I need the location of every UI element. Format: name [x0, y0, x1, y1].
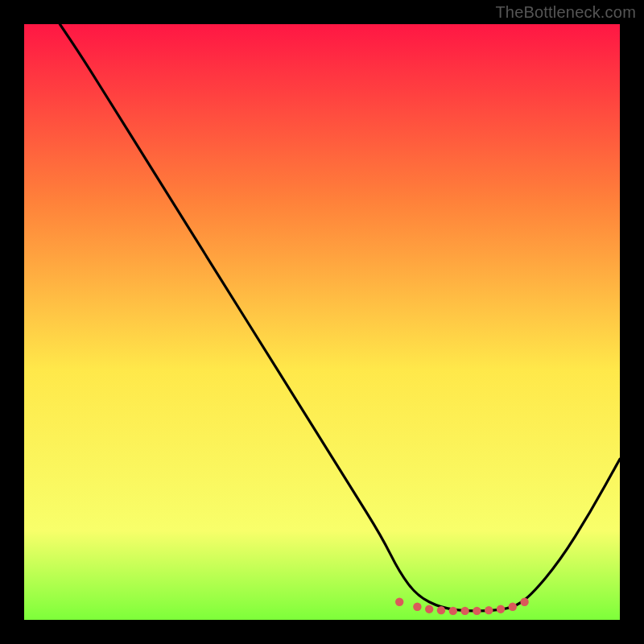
valley-dot	[395, 598, 403, 606]
valley-dot	[425, 605, 433, 613]
valley-dot	[473, 607, 481, 615]
watermark-text: TheBottleneck.com	[495, 3, 636, 22]
valley-dot	[413, 603, 421, 611]
valley-dot	[497, 605, 505, 613]
valley-dot	[485, 606, 493, 614]
valley-dot	[449, 607, 457, 615]
plot-area	[24, 24, 620, 620]
chart-svg	[24, 24, 620, 620]
valley-dot	[437, 606, 445, 614]
chart-frame: TheBottleneck.com	[0, 0, 644, 644]
valley-dot	[509, 603, 517, 611]
valley-dot	[520, 598, 528, 606]
gradient-background	[24, 24, 620, 620]
valley-dot	[460, 607, 469, 615]
